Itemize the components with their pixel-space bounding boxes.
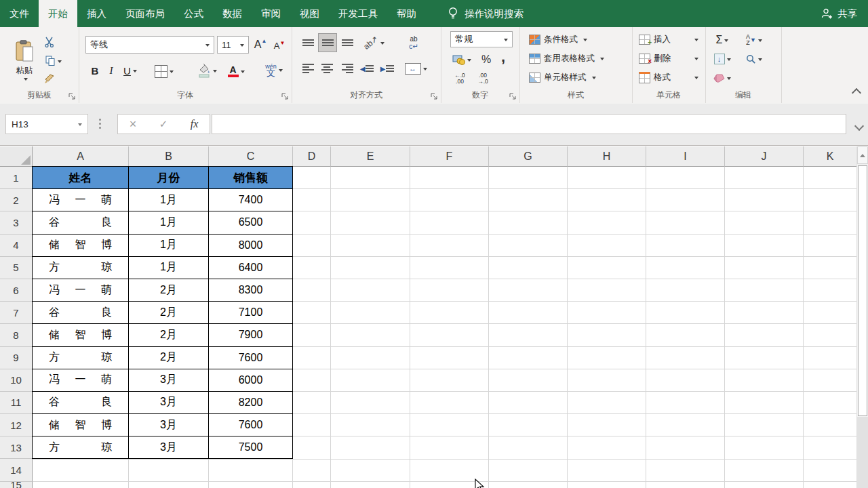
- column-header-e[interactable]: E: [331, 146, 410, 167]
- tab-review[interactable]: 审阅: [252, 0, 290, 27]
- underline-button[interactable]: U: [119, 62, 141, 79]
- row-header[interactable]: 3: [0, 211, 33, 234]
- row-header[interactable]: 8: [0, 324, 33, 346]
- collapse-ribbon-button[interactable]: [853, 89, 860, 98]
- tab-view[interactable]: 视图: [290, 0, 329, 27]
- table-cell[interactable]: 6000: [209, 369, 293, 392]
- scrollbar-thumb[interactable]: [858, 165, 867, 416]
- percent-style-button[interactable]: %: [479, 52, 494, 68]
- table-cell[interactable]: 冯 一 萌: [33, 279, 129, 302]
- insert-function-button[interactable]: fx: [191, 118, 199, 130]
- italic-button[interactable]: I: [106, 62, 117, 79]
- cell-styles-button[interactable]: 单元格样式: [529, 69, 596, 85]
- table-cell[interactable]: 8200: [209, 392, 293, 414]
- column-header-f[interactable]: F: [410, 146, 489, 167]
- row-header[interactable]: 2: [0, 189, 33, 211]
- column-header-j[interactable]: J: [725, 146, 804, 167]
- cut-button[interactable]: [42, 35, 57, 49]
- table-cell[interactable]: 6400: [209, 257, 293, 279]
- vertical-scrollbar[interactable]: [856, 146, 868, 488]
- delete-cells-button[interactable]: × 删除: [639, 50, 698, 66]
- font-name-combo[interactable]: 等线: [85, 36, 214, 54]
- row-header[interactable]: 10: [0, 369, 33, 392]
- paste-dropdown-arrow[interactable]: [24, 78, 28, 83]
- column-header-c[interactable]: C: [209, 146, 293, 167]
- tell-me-search[interactable]: 操作说明搜索: [448, 0, 524, 27]
- tab-file[interactable]: 文件: [0, 0, 39, 27]
- table-cell[interactable]: 2月: [129, 324, 209, 346]
- comma-style-button[interactable]: ,: [498, 49, 509, 65]
- table-cell[interactable]: 1月: [129, 257, 209, 279]
- row-header[interactable]: 15: [0, 482, 33, 488]
- expand-formula-bar-button[interactable]: [856, 120, 863, 132]
- table-cell[interactable]: 1月: [129, 189, 209, 211]
- increase-decimal-button[interactable]: ←.0 .00: [450, 70, 469, 87]
- formula-bar-resizer[interactable]: [99, 119, 101, 129]
- align-bottom-button[interactable]: [339, 35, 355, 50]
- row-header[interactable]: 11: [0, 392, 33, 414]
- insert-cells-button[interactable]: + 插入: [639, 31, 698, 47]
- table-cell[interactable]: 谷 良: [33, 302, 129, 324]
- column-header-i[interactable]: I: [646, 146, 725, 167]
- table-cell[interactable]: 1月: [129, 211, 209, 234]
- table-cell[interactable]: 冯 一 萌: [33, 369, 129, 392]
- format-painter-button[interactable]: [42, 72, 57, 85]
- row-header[interactable]: 12: [0, 414, 33, 436]
- row-header[interactable]: 6: [0, 279, 33, 302]
- column-header-g[interactable]: G: [489, 146, 568, 167]
- shrink-font-button[interactable]: A▼: [271, 37, 288, 54]
- table-cell[interactable]: 谷 良: [33, 392, 129, 414]
- table-cell[interactable]: 3月: [129, 436, 209, 459]
- font-size-combo[interactable]: 11: [217, 36, 249, 54]
- table-cell[interactable]: 7400: [209, 189, 293, 211]
- table-cell[interactable]: 7600: [209, 347, 293, 369]
- select-all-button[interactable]: [0, 146, 33, 167]
- table-cell[interactable]: 冯 一 萌: [33, 189, 129, 211]
- table-cell[interactable]: 3月: [129, 414, 209, 436]
- table-cell[interactable]: 2月: [129, 279, 209, 302]
- name-box[interactable]: H13: [5, 114, 88, 134]
- column-header-d[interactable]: D: [293, 146, 331, 167]
- table-header-cell[interactable]: 销售额: [209, 167, 293, 189]
- font-color-button[interactable]: A: [224, 62, 248, 80]
- table-cell[interactable]: 8300: [209, 279, 293, 302]
- row-header[interactable]: 14: [0, 459, 33, 481]
- table-cell[interactable]: 1月: [129, 235, 209, 257]
- table-cell[interactable]: 储 智 博: [33, 414, 129, 436]
- table-cell[interactable]: 储 智 博: [33, 324, 129, 346]
- row-header[interactable]: 5: [0, 257, 33, 279]
- table-cell[interactable]: 谷 良: [33, 211, 129, 234]
- bold-button[interactable]: B: [88, 62, 102, 79]
- clipboard-dialog-launcher-icon[interactable]: [68, 93, 76, 100]
- column-header-b[interactable]: B: [129, 146, 209, 167]
- align-right-button[interactable]: [339, 61, 355, 76]
- sort-filter-button[interactable]: AZ ▼: [741, 33, 768, 47]
- increase-indent-button[interactable]: ▶: [378, 61, 396, 76]
- tab-help[interactable]: 帮助: [387, 0, 426, 27]
- copy-button[interactable]: [41, 54, 66, 68]
- cancel-icon[interactable]: ×: [130, 117, 137, 131]
- align-center-button[interactable]: [319, 61, 335, 76]
- table-cell[interactable]: 2月: [129, 347, 209, 369]
- row-header[interactable]: 7: [0, 302, 33, 324]
- clear-button[interactable]: [711, 70, 734, 85]
- merge-center-button[interactable]: ↔: [400, 60, 431, 77]
- share-button[interactable]: 共享: [821, 0, 857, 27]
- phonetic-guide-button[interactable]: wén 文: [260, 60, 288, 80]
- row-header[interactable]: 13: [0, 436, 33, 459]
- row-header[interactable]: 9: [0, 347, 33, 369]
- row-header[interactable]: 1: [0, 167, 33, 189]
- format-cells-button[interactable]: 格式: [639, 69, 698, 85]
- tab-insert[interactable]: 插入: [77, 0, 116, 27]
- table-cell[interactable]: 7900: [209, 324, 293, 346]
- wrap-text-button[interactable]: abc↵: [400, 33, 427, 53]
- grow-font-button[interactable]: A▲: [252, 36, 269, 54]
- tab-data[interactable]: 数据: [213, 0, 252, 27]
- table-cell[interactable]: 2月: [129, 302, 209, 324]
- conditional-formatting-button[interactable]: 条件格式: [529, 31, 587, 47]
- number-format-combo[interactable]: 常规: [450, 31, 513, 47]
- table-cell[interactable]: 7600: [209, 414, 293, 436]
- name-box-dropdown-arrow[interactable]: [78, 123, 82, 128]
- number-dialog-launcher-icon[interactable]: [509, 93, 517, 100]
- fill-button[interactable]: ↓: [711, 52, 734, 66]
